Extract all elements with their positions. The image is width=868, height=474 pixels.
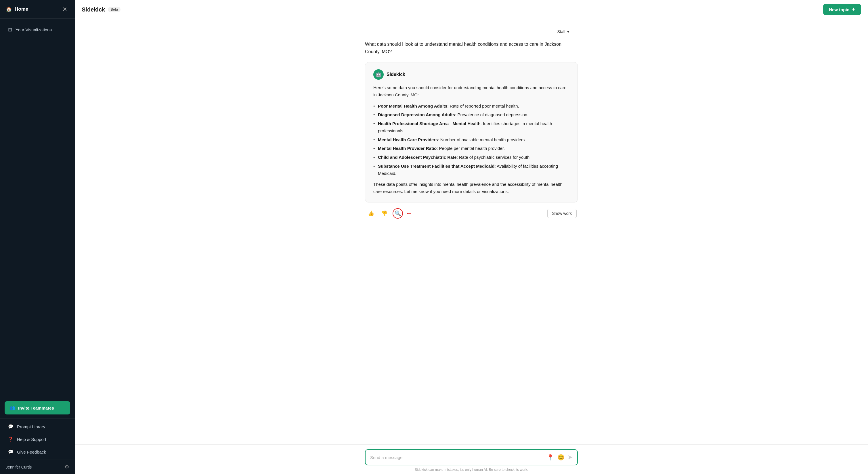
invite-teammates-button[interactable]: 👥 Invite Teammates [5,401,70,414]
list-item-term: Health Professional Shortage Area - Ment… [378,121,480,126]
give-feedback-label: Give Feedback [17,449,46,454]
bot-list: Poor Mental Health Among Adults: Rate of… [373,103,569,177]
home-label: Home [15,6,28,12]
list-item-term: Mental Health Care Providers [378,137,438,142]
prompt-library-icon: 💬 [8,424,13,429]
new-topic-button[interactable]: New topic ✦ [823,4,861,15]
new-topic-icon: ✦ [851,7,855,12]
new-topic-label: New topic [829,7,849,12]
show-work-button[interactable]: Show work [547,209,577,218]
sidebar-item-give-feedback[interactable]: 💬 Give Feedback [2,446,72,458]
chevron-down-icon: ▾ [567,29,569,34]
close-sidebar-button[interactable]: ✕ [61,5,69,13]
staff-dropdown[interactable]: Staff ▾ [554,28,572,35]
beta-badge: Beta [108,7,121,12]
list-item: Mental Health Provider Ratio: People per… [373,145,569,152]
list-item: Child and Adolescent Psychiatric Rate: R… [373,154,569,161]
chat-content: Staff ▾ What data should I look at to un… [359,28,584,220]
visualizations-label: Your Visualizations [16,27,52,32]
visualizations-icon: ⊞ [8,27,12,33]
sidebar-item-visualizations[interactable]: ⊞ Your Visualizations [2,23,72,36]
bot-intro: Here's some data you should consider for… [373,84,569,99]
topbar-left: Sidekick Beta [82,6,121,13]
list-item: Health Professional Shortage Area - Ment… [373,120,569,135]
send-button[interactable]: ➤ [567,453,572,461]
sidebar-nav: ⊞ Your Visualizations [0,19,75,41]
list-item-term: Substance Use Treatment Facilities that … [378,164,494,168]
sidebar-header: 🏠 Home ✕ [0,0,75,19]
list-item-desc: : People per mental health provider. [437,146,505,151]
help-support-label: Help & Support [17,437,46,442]
bot-response: 🤖 Sidekick Here's some data you should c… [365,62,578,202]
list-item: Mental Health Care Providers: Number of … [373,136,569,144]
thumbs-down-button[interactable]: 👎 [379,209,389,218]
list-item-desc: : Prevalence of diagnosed depression. [455,112,528,117]
list-item: Poor Mental Health Among Adults: Rate of… [373,103,569,110]
list-item-desc: : Rate of reported poor mental health. [447,103,519,108]
input-right-icons: 📍 😊 ➤ [546,453,572,461]
list-item-desc: : Number of available mental health prov… [438,137,526,142]
bot-name: Sidekick [386,72,405,77]
sidebar-bottom: 💬 Prompt Library ❓ Help & Support 💬 Give… [0,418,75,460]
sidebar: 🏠 Home ✕ ⊞ Your Visualizations 👥 Invite … [0,0,75,474]
chat-input[interactable] [370,455,544,460]
gear-icon[interactable]: ⚙ [65,464,69,470]
list-item-term: Diagnosed Depression Among Adults [378,112,455,117]
prompt-library-label: Prompt Library [17,424,45,429]
search-magnify-icon: 🔍 [395,210,401,217]
disclaimer: Sidekick can make mistakes, it's only hu… [415,468,528,472]
list-item-term: Poor Mental Health Among Adults [378,103,447,108]
bot-avatar: 🤖 [373,69,384,80]
home-nav-item[interactable]: 🏠 Home [6,6,28,12]
topbar: Sidekick Beta New topic ✦ [75,0,868,19]
main-content: Sidekick Beta New topic ✦ Staff ▾ What d… [75,0,868,474]
user-profile-row[interactable]: Jennifer Curtis ⚙ [0,460,75,474]
list-item-term: Mental Health Provider Ratio [378,146,437,151]
list-item: Substance Use Treatment Facilities that … [373,163,569,177]
help-support-icon: ❓ [8,437,13,442]
user-message: What data should I look at to understand… [365,40,578,55]
input-box: 📍 😊 ➤ [365,449,578,465]
inspect-icon-wrapper: 🔍 ← [393,208,412,219]
chat-input-area: 📍 😊 ➤ Sidekick can make mistakes, it's o… [75,444,868,474]
staff-label: Staff [557,29,565,34]
inspect-data-button[interactable]: 🔍 [393,208,403,219]
pin-icon-button[interactable]: 📍 [546,453,555,461]
user-name: Jennifer Curtis [6,465,32,469]
staff-dropdown-container: Staff ▾ [365,28,578,35]
page-title: Sidekick [82,6,105,13]
arrow-indicator: ← [406,210,412,217]
sidebar-item-help-support[interactable]: ❓ Help & Support [2,433,72,445]
give-feedback-icon: 💬 [8,449,13,454]
bot-avatar-icon: 🤖 [375,71,382,78]
invite-label: Invite Teammates [18,406,54,410]
chat-area: Staff ▾ What data should I look at to un… [75,19,868,444]
list-item: Diagnosed Depression Among Adults: Preva… [373,111,569,119]
sidebar-item-prompt-library[interactable]: 💬 Prompt Library [2,420,72,433]
bot-header: 🤖 Sidekick [373,69,569,80]
emoji-icon-button[interactable]: 😊 [557,453,565,461]
invite-btn-container: 👥 Invite Teammates [0,397,75,418]
home-icon: 🏠 [6,6,12,12]
thumbs-up-button[interactable]: 👍 [366,209,376,218]
invite-icon: 👥 [10,405,15,410]
list-item-desc: : Rate of psychiatric services for youth… [457,155,531,160]
list-item-term: Child and Adolescent Psychiatric Rate [378,155,457,160]
user-message-text: What data should I look at to understand… [365,40,578,55]
bot-outro: These data points offer insights into me… [373,181,569,195]
action-icons-group: 👍 👎 🔍 ← [366,208,412,219]
message-actions: 👍 👎 🔍 ← Show work [365,206,578,220]
input-wrapper: 📍 😊 ➤ [359,449,584,465]
